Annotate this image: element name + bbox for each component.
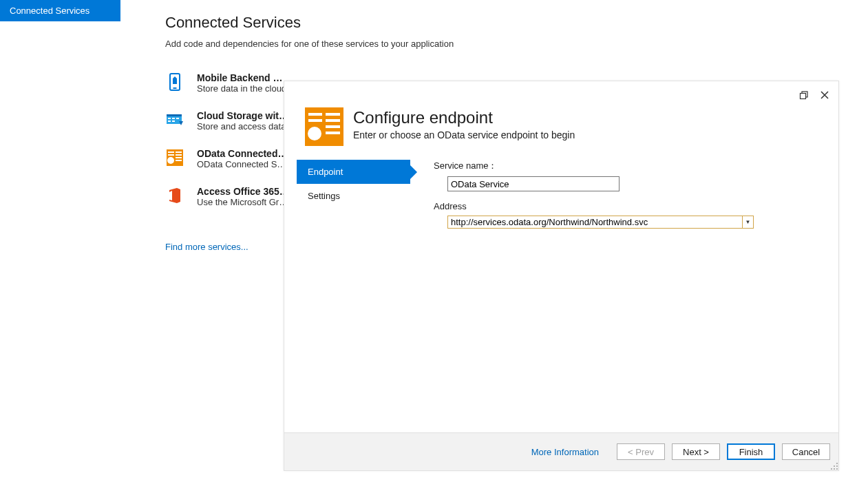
sidebar-item-connected-services[interactable]: Connected Services	[0, 0, 120, 21]
svg-rect-3	[167, 114, 182, 116]
svg-rect-10	[168, 151, 174, 153]
svg-rect-8	[172, 120, 175, 122]
svg-rect-22	[308, 119, 322, 122]
service-name-input[interactable]	[447, 176, 620, 191]
cancel-button[interactable]: Cancel	[782, 443, 830, 460]
dialog-footer: More Information < Prev Next > Finish Ca…	[284, 432, 838, 470]
service-item[interactable]: OData Connected Service OData Connected …	[165, 148, 289, 169]
svg-rect-5	[172, 118, 175, 119]
service-title: Mobile Backend with Azure App Service	[197, 72, 289, 83]
office-365-icon	[165, 186, 193, 205]
svg-rect-1	[173, 87, 177, 89]
next-button[interactable]: Next >	[672, 443, 720, 460]
page-subtitle: Add code and dependencies for one of the…	[165, 39, 854, 49]
svg-rect-4	[168, 118, 171, 119]
service-item[interactable]: Access Office 365 Services Use the Micro…	[165, 186, 289, 207]
step-endpoint[interactable]: Endpoint	[297, 160, 410, 184]
step-label: Endpoint	[308, 167, 343, 177]
page-title: Connected Services	[165, 14, 854, 32]
service-desc: Use the Microsoft Graph	[197, 197, 289, 207]
svg-rect-14	[176, 157, 182, 158]
prev-button: < Prev	[617, 443, 665, 460]
svg-rect-25	[326, 132, 340, 134]
cloud-storage-icon	[165, 110, 193, 129]
svg-point-30	[831, 468, 832, 470]
chevron-down-icon[interactable]: ▼	[742, 216, 753, 228]
svg-point-26	[308, 127, 321, 140]
address-label: Address	[434, 201, 818, 211]
svg-point-16	[167, 157, 174, 164]
configure-endpoint-dialog: Configure endpoint Enter or choose an OD…	[284, 81, 839, 471]
svg-rect-13	[176, 154, 182, 156]
svg-rect-12	[168, 154, 174, 156]
svg-rect-23	[326, 119, 340, 122]
mobile-backend-icon	[165, 72, 193, 92]
svg-rect-21	[326, 113, 340, 116]
service-desc: OData Connected Service	[197, 159, 289, 169]
svg-point-28	[834, 465, 835, 467]
sidebar-item-label: Connected Services	[10, 6, 89, 16]
svg-point-29	[836, 465, 838, 467]
svg-point-31	[834, 468, 835, 470]
svg-rect-7	[168, 120, 171, 122]
svg-point-27	[836, 463, 838, 464]
svg-rect-24	[326, 125, 340, 128]
svg-point-32	[836, 468, 838, 470]
service-desc: Store data in the cloud	[197, 83, 289, 94]
more-information-link[interactable]: More Information	[531, 447, 599, 457]
service-desc: Store and access data	[197, 121, 289, 132]
service-title: Cloud Storage with Azure Storage	[197, 110, 289, 121]
svg-rect-20	[308, 113, 322, 116]
odata-large-icon	[305, 107, 343, 146]
endpoint-form: Service name： Address ▼	[410, 156, 838, 432]
svg-rect-15	[176, 160, 182, 161]
svg-rect-6	[176, 118, 179, 119]
address-combobox[interactable]: ▼	[447, 216, 754, 229]
service-item[interactable]: Cloud Storage with Azure Storage Store a…	[165, 110, 289, 132]
dialog-title: Configure endpoint	[353, 109, 575, 127]
service-title: Access Office 365 Services	[197, 186, 289, 197]
service-title: OData Connected Service	[197, 148, 289, 159]
odata-icon	[165, 148, 193, 167]
wizard-steps: Endpoint Settings	[297, 156, 410, 432]
find-more-services-link[interactable]: Find more services...	[165, 242, 248, 252]
dialog-subtitle: Enter or choose an OData service endpoin…	[353, 129, 575, 140]
address-input[interactable]	[448, 216, 742, 228]
service-item[interactable]: Mobile Backend with Azure App Service St…	[165, 72, 289, 94]
resize-grip-icon	[829, 461, 838, 470]
sidebar: Connected Services	[0, 0, 120, 21]
step-label: Settings	[308, 191, 340, 201]
step-settings[interactable]: Settings	[297, 184, 410, 208]
service-name-label: Service name：	[434, 160, 818, 172]
svg-rect-11	[176, 151, 182, 153]
finish-button[interactable]: Finish	[727, 443, 775, 460]
